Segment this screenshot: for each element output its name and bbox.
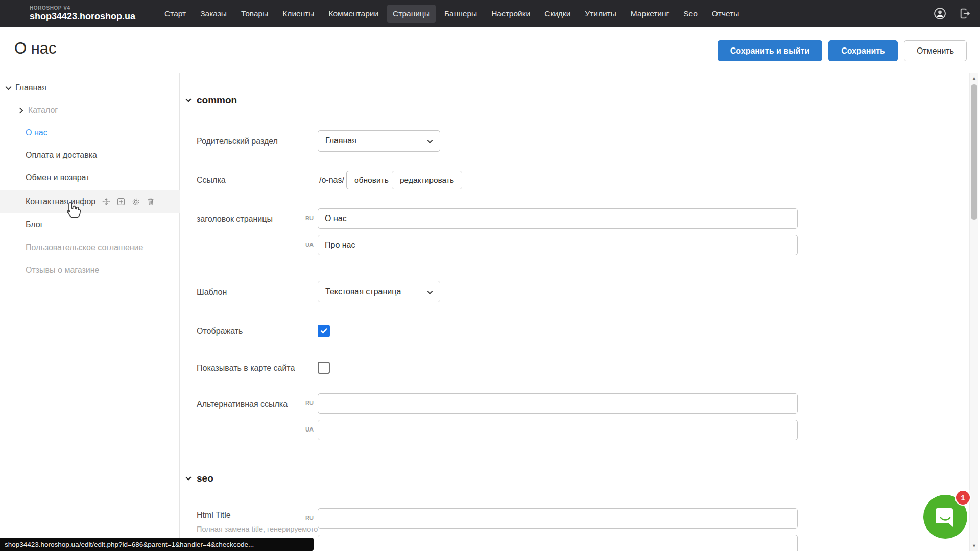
settings-icon[interactable]: [131, 197, 140, 206]
nav-item-marketing[interactable]: Маркетинг: [625, 5, 675, 23]
tree-item-label: О нас: [26, 128, 47, 137]
nav-item-pages[interactable]: Страницы: [387, 5, 436, 23]
parent-section-label: Родительский раздел: [197, 137, 278, 146]
sitemap-label: Показывать в карте сайта: [197, 364, 295, 373]
alt-link-ua-input[interactable]: [318, 420, 798, 440]
topbar-right-icons: [934, 7, 971, 20]
tree-item-label: Отзывы о магазине: [26, 266, 100, 275]
chat-bubble-icon: [934, 505, 957, 529]
chevron-down-icon: [185, 97, 192, 104]
link-path-value: /o-nas/: [319, 176, 344, 185]
tree-item-label: Контактная инфор: [26, 197, 95, 206]
header-action-buttons: Сохранить и выйти Сохранить Отменить: [718, 40, 967, 61]
vertical-scrollbar[interactable]: ▲ ▼: [969, 73, 978, 551]
nav-item-orders[interactable]: Заказы: [195, 5, 232, 23]
lang-ua-badge: UA: [299, 242, 314, 248]
sidebar-item-katalog[interactable]: Каталог: [0, 99, 180, 122]
section-seo-title: seo: [197, 473, 213, 484]
nav-item-utilities[interactable]: Утилиты: [579, 5, 622, 23]
tree-item-label: Пользовательское соглашение: [26, 243, 143, 252]
nav-item-settings[interactable]: Настройки: [486, 5, 536, 23]
pages-tree-sidebar: Главная Каталог О нас Оплата и доставка …: [0, 73, 180, 551]
lang-ru-badge: RU: [299, 400, 314, 406]
link-url-status-tooltip: shop34423.horoshop.ua/edit/edit.php?id=6…: [0, 538, 314, 551]
nav-item-banners[interactable]: Баннеры: [439, 5, 483, 23]
alt-link-label: Альтернативная ссылка: [197, 400, 288, 409]
scroll-down-arrow-icon[interactable]: ▼: [970, 542, 978, 550]
sidebar-item-oplata-i-dostavka[interactable]: Оплата и доставка: [0, 144, 180, 166]
sidebar-item-glavnaya[interactable]: Главная: [0, 77, 180, 99]
section-seo-toggle[interactable]: seo: [185, 473, 213, 484]
sidebar-item-polzovatelskoe-soglashenie[interactable]: Пользовательское соглашение: [0, 236, 180, 259]
chat-unread-badge: 1: [955, 490, 971, 506]
page-heading-label: заголовок страницы: [197, 214, 273, 224]
check-icon: [320, 327, 328, 335]
html-title-label: Html Title: [197, 511, 231, 520]
tree-item-label: Оплата и доставка: [26, 151, 97, 160]
top-nav-menu: Старт Заказы Товары Клиенты Комментарии …: [159, 5, 745, 23]
link-refresh-button[interactable]: обновить: [346, 171, 397, 189]
sidebar-item-o-nas[interactable]: О нас: [0, 122, 180, 144]
section-common-toggle[interactable]: common: [185, 94, 237, 106]
tree-item-label: Главная: [15, 83, 46, 92]
html-title-ru-input[interactable]: [318, 508, 798, 529]
page-heading-ru-input[interactable]: [318, 208, 798, 229]
save-and-exit-button[interactable]: Сохранить и выйти: [718, 40, 822, 61]
page-heading-ua-input[interactable]: [318, 235, 798, 255]
lang-ua-badge: UA: [299, 426, 314, 433]
alt-link-ru-input[interactable]: [318, 393, 798, 414]
logout-icon[interactable]: [959, 7, 971, 20]
brand-version-label: HOROSHOP V4: [30, 6, 135, 11]
add-icon[interactable]: [116, 197, 126, 206]
sidebar-item-kontaktnaya-informatsiya[interactable]: Контактная инфор: [0, 190, 180, 213]
brand-domain-label: shop34423.horoshop.ua: [30, 12, 135, 21]
nav-item-start[interactable]: Старт: [159, 5, 192, 23]
save-button[interactable]: Сохранить: [828, 40, 898, 61]
nav-item-discounts[interactable]: Скидки: [539, 5, 576, 23]
sidebar-item-blog[interactable]: Блог: [0, 213, 180, 236]
template-select[interactable]: Текстовая страница: [318, 281, 440, 302]
sidebar-item-otzyvy-o-magazine[interactable]: Отзывы о магазине: [0, 259, 180, 281]
display-checkbox[interactable]: [318, 325, 330, 337]
chevron-down-icon: [185, 475, 192, 482]
html-title-ua-input[interactable]: [318, 535, 798, 551]
account-icon[interactable]: [934, 7, 946, 20]
nav-item-seo[interactable]: Seo: [678, 5, 703, 23]
brand-logo: HOROSHOP V4 shop34423.horoshop.ua: [30, 6, 135, 21]
template-value: Текстовая страница: [325, 287, 401, 296]
chevron-down-icon: [426, 289, 434, 296]
nav-item-reports[interactable]: Отчеты: [706, 5, 745, 23]
scroll-up-arrow-icon[interactable]: ▲: [970, 74, 978, 82]
link-edit-button[interactable]: редактировать: [392, 171, 462, 189]
sidebar-item-obmen-i-vozvrat[interactable]: Обмен и возврат: [0, 166, 180, 189]
nav-item-comments[interactable]: Комментарии: [323, 5, 384, 23]
chevron-down-icon: [426, 138, 434, 145]
parent-section-value: Главная: [325, 136, 356, 146]
cancel-button[interactable]: Отменить: [904, 40, 967, 61]
lang-ru-badge: RU: [299, 215, 314, 221]
parent-section-select[interactable]: Главная: [318, 130, 440, 152]
lang-ru-badge: RU: [299, 515, 314, 521]
html-title-hint: Полная замена title, генерируемого: [197, 525, 318, 533]
delete-icon[interactable]: [146, 197, 155, 206]
horoshop-admin-screen: HOROSHOP V4 shop34423.horoshop.ua Старт …: [0, 0, 980, 551]
top-navigation-bar: HOROSHOP V4 shop34423.horoshop.ua Старт …: [0, 0, 980, 27]
tree-item-label: Каталог: [28, 106, 58, 115]
chevron-down-icon: [4, 84, 13, 92]
page-header: О нас Сохранить и выйти Сохранить Отмени…: [0, 27, 980, 73]
content-area: Главная Каталог О нас Оплата и доставка …: [0, 73, 980, 551]
chat-widget-button[interactable]: 1: [923, 495, 967, 539]
tree-item-label: Блог: [26, 220, 43, 229]
template-label: Шаблон: [197, 288, 227, 297]
chevron-right-icon: [17, 106, 26, 115]
move-icon[interactable]: [102, 197, 111, 206]
scrollbar-thumb[interactable]: [971, 84, 977, 220]
page-title: О нас: [14, 39, 57, 58]
tree-item-label: Обмен и возврат: [26, 173, 89, 182]
sitemap-checkbox[interactable]: [318, 362, 330, 374]
section-common-title: common: [197, 94, 237, 106]
link-label: Ссылка: [197, 176, 226, 185]
nav-item-clients[interactable]: Клиенты: [277, 5, 320, 23]
tree-item-actions: [102, 197, 155, 206]
nav-item-products[interactable]: Товары: [235, 5, 274, 23]
